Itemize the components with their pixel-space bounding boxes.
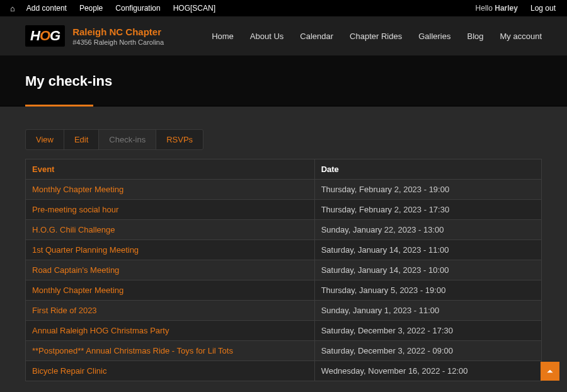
tab-rsvps[interactable]: RSVPs [156, 129, 203, 150]
chevron-up-icon [546, 367, 554, 376]
brand-text: Raleigh NC Chapter #4356 Raleigh North C… [72, 26, 164, 46]
event-link[interactable]: H.O.G. Chili Challenge [32, 225, 115, 234]
admin-toolbar-left: ⌂ Add content People Configuration HOG[S… [5, 0, 222, 16]
table-row: 1st Quarter Planning MeetingSaturday, Ja… [26, 240, 542, 260]
hog-logo-icon: HOG [25, 25, 65, 47]
chapter-subtitle: #4356 Raleigh North Carolina [72, 38, 164, 46]
logout-link[interactable]: Log out [524, 0, 562, 16]
table-row: Bicycle Repair ClinicWednesday, November… [26, 361, 542, 381]
event-cell: Bicycle Repair Clinic [26, 361, 315, 381]
hello-user: Hello Harley [469, 0, 524, 16]
page-banner: My check-ins [0, 55, 567, 107]
table-row: Annual Raleigh HOG Christmas PartySaturd… [26, 321, 542, 341]
event-cell: H.O.G. Chili Challenge [26, 220, 315, 240]
brand[interactable]: HOG Raleigh NC Chapter #4356 Raleigh Nor… [25, 25, 164, 47]
admin-item-people[interactable]: People [73, 0, 109, 16]
table-row: Pre-meeting social hourThursday, Februar… [26, 200, 542, 220]
admin-toolbar: ⌂ Add content People Configuration HOG[S… [0, 0, 567, 16]
chapter-title: Raleigh NC Chapter [72, 26, 164, 37]
main-nav: Home About Us Calendar Chapter Rides Gal… [212, 32, 542, 41]
event-cell: Pre-meeting social hour [26, 200, 315, 220]
event-cell: Road Captain's Meeting [26, 260, 315, 280]
nav-chapter-rides[interactable]: Chapter Rides [350, 32, 402, 41]
event-link[interactable]: Monthly Chapter Meeting [32, 185, 123, 194]
date-cell: Sunday, January 22, 2023 - 13:00 [314, 220, 541, 240]
page-title: My check-ins [25, 73, 542, 89]
date-cell: Wednesday, November 16, 2022 - 12:00 [314, 361, 541, 381]
table-row: H.O.G. Chili ChallengeSunday, January 22… [26, 220, 542, 240]
date-cell: Thursday, January 5, 2023 - 19:00 [314, 280, 541, 301]
nav-my-account[interactable]: My account [500, 32, 542, 41]
tab-view[interactable]: View [25, 129, 64, 150]
home-icon[interactable]: ⌂ [5, 4, 20, 13]
event-cell: First Ride of 2023 [26, 301, 315, 321]
scroll-to-top-button[interactable] [541, 362, 559, 381]
tab-edit[interactable]: Edit [64, 129, 99, 150]
date-cell: Thursday, February 2, 2023 - 17:30 [314, 200, 541, 220]
date-cell: Saturday, January 14, 2023 - 11:00 [314, 240, 541, 260]
admin-toolbar-right: Hello Harley Log out [469, 0, 562, 16]
nav-home[interactable]: Home [212, 32, 234, 41]
nav-galleries[interactable]: Galleries [418, 32, 450, 41]
event-cell: Annual Raleigh HOG Christmas Party [26, 321, 315, 341]
event-link[interactable]: Annual Raleigh HOG Christmas Party [32, 326, 169, 335]
table-row: **Postponed** Annual Christmas Ride - To… [26, 341, 542, 361]
event-link[interactable]: First Ride of 2023 [32, 306, 97, 315]
tab-check-ins[interactable]: Check-ins [98, 129, 156, 150]
event-link[interactable]: Monthly Chapter Meeting [32, 285, 123, 295]
event-cell: **Postponed** Annual Christmas Ride - To… [26, 341, 315, 361]
col-date: Date [314, 159, 541, 180]
date-cell: Thursday, February 2, 2023 - 19:00 [314, 180, 541, 200]
table-row: First Ride of 2023Sunday, January 1, 202… [26, 301, 542, 321]
event-cell: Monthly Chapter Meeting [26, 280, 315, 301]
admin-item-add-content[interactable]: Add content [20, 0, 73, 16]
date-cell: Saturday, January 14, 2023 - 10:00 [314, 260, 541, 280]
site-header: HOG Raleigh NC Chapter #4356 Raleigh Nor… [0, 16, 567, 55]
event-link[interactable]: **Postponed** Annual Christmas Ride - To… [32, 346, 233, 355]
nav-about[interactable]: About Us [250, 32, 284, 41]
table-row: Road Captain's MeetingSaturday, January … [26, 260, 542, 280]
event-link[interactable]: Road Captain's Meeting [32, 265, 119, 275]
event-link[interactable]: Pre-meeting social hour [32, 205, 118, 214]
event-link[interactable]: Bicycle Repair Clinic [32, 366, 106, 376]
date-cell: Saturday, December 3, 2022 - 09:00 [314, 341, 541, 361]
table-header-row: Event Date [26, 159, 542, 180]
admin-item-hogscan[interactable]: HOG[SCAN] [167, 0, 222, 16]
tabs: View Edit Check-ins RSVPs [25, 129, 542, 150]
table-row: Monthly Chapter MeetingThursday, Februar… [26, 180, 542, 200]
date-cell: Saturday, December 3, 2022 - 17:30 [314, 321, 541, 341]
col-event[interactable]: Event [26, 159, 315, 180]
content-area: View Edit Check-ins RSVPs Event Date Mon… [0, 107, 567, 392]
checkins-table: Event Date Monthly Chapter MeetingThursd… [25, 159, 542, 381]
event-cell: 1st Quarter Planning Meeting [26, 240, 315, 260]
nav-calendar[interactable]: Calendar [300, 32, 333, 41]
admin-item-configuration[interactable]: Configuration [109, 0, 166, 16]
table-row: Monthly Chapter MeetingThursday, January… [26, 280, 542, 301]
event-cell: Monthly Chapter Meeting [26, 180, 315, 200]
date-cell: Sunday, January 1, 2023 - 11:00 [314, 301, 541, 321]
event-link[interactable]: 1st Quarter Planning Meeting [32, 245, 139, 255]
nav-blog[interactable]: Blog [467, 32, 483, 41]
